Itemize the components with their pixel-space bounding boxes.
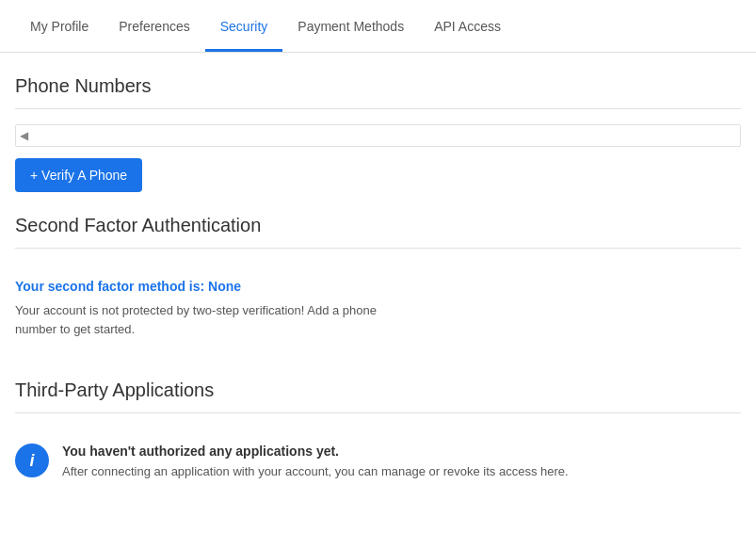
third-party-info-box: i You haven't authorized any application… — [15, 428, 741, 496]
third-party-title: Third-Party Applications — [15, 379, 741, 401]
phone-numbers-divider — [15, 108, 741, 109]
nav-item-security[interactable]: Security — [205, 2, 283, 51]
phone-numbers-section: Phone Numbers ◀ + Verify A Phone — [15, 75, 741, 192]
main-content: Phone Numbers ◀ + Verify A Phone Second … — [0, 53, 756, 541]
phone-numbers-title: Phone Numbers — [15, 75, 741, 97]
verify-phone-button[interactable]: + Verify A Phone — [15, 158, 142, 192]
top-navigation: My Profile Preferences Security Payment … — [0, 0, 756, 53]
second-factor-divider — [15, 248, 741, 249]
nav-item-payment-methods[interactable]: Payment Methods — [282, 2, 419, 51]
info-icon: i — [15, 444, 49, 477]
second-factor-title: Second Factor Authentication — [15, 215, 741, 236]
second-factor-section: Second Factor Authentication Your second… — [15, 215, 741, 353]
second-factor-method-title: Your second factor method is: None — [15, 279, 410, 294]
nav-item-api-access[interactable]: API Access — [419, 2, 516, 51]
second-factor-method-desc: Your account is not protected by two-ste… — [15, 301, 410, 338]
scroll-left-arrow: ◀ — [20, 129, 28, 142]
phone-scroll-container[interactable]: ◀ — [15, 124, 741, 147]
second-factor-content: Your second factor method is: None Your … — [15, 264, 741, 353]
third-party-section: Third-Party Applications i You haven't a… — [15, 379, 741, 496]
third-party-info-title: You haven't authorized any applications … — [62, 444, 741, 459]
third-party-divider — [15, 412, 741, 413]
second-factor-info: Your second factor method is: None Your … — [15, 279, 410, 338]
nav-item-my-profile[interactable]: My Profile — [15, 2, 104, 51]
third-party-info-desc: After connecting an application with you… — [62, 462, 741, 481]
nav-item-preferences[interactable]: Preferences — [104, 2, 204, 51]
third-party-info-text: You haven't authorized any applications … — [62, 444, 741, 481]
